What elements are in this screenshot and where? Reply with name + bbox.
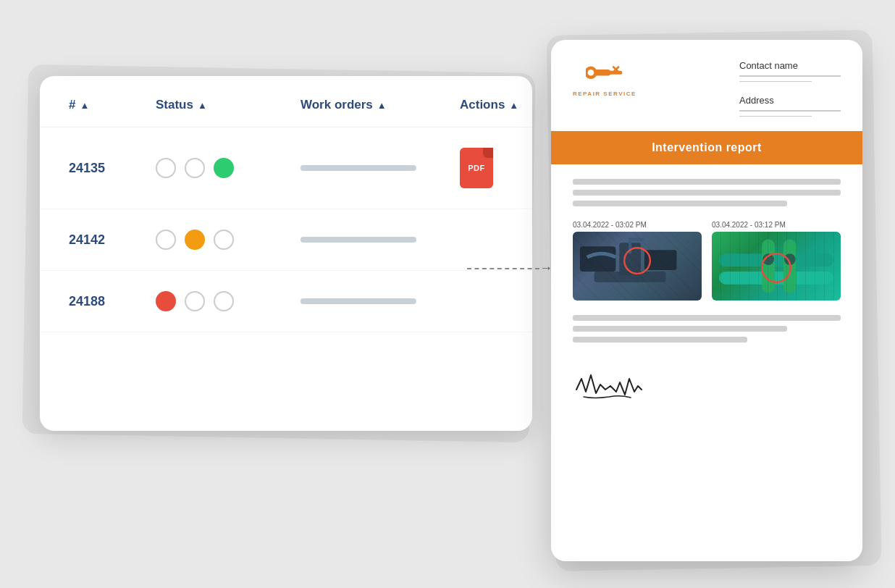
text-line bbox=[573, 201, 787, 206]
svg-point-2 bbox=[588, 70, 594, 76]
intervention-banner: Intervention report bbox=[551, 131, 862, 164]
row-number-2: 24142 bbox=[69, 232, 156, 248]
status-dots-3 bbox=[156, 291, 301, 311]
pipe-texture bbox=[712, 232, 841, 301]
col-header-actions[interactable]: Actions ▲ bbox=[460, 98, 532, 112]
engine-texture bbox=[573, 232, 702, 301]
text-line bbox=[573, 315, 841, 321]
photo-1-container: 03.04.2022 - 03:02 PM bbox=[573, 221, 702, 301]
status-dots-2 bbox=[156, 230, 301, 250]
work-order-bar-3 bbox=[301, 298, 460, 304]
photos-section: 03.04.2022 - 03:02 PM bbox=[573, 221, 841, 301]
sort-arrow-workorders: ▲ bbox=[377, 100, 387, 111]
report-text-block-1 bbox=[573, 179, 841, 206]
photo-1-engine bbox=[573, 232, 702, 301]
repair-service-logo bbox=[586, 60, 623, 88]
pdf-action-1[interactable]: PDF bbox=[460, 148, 532, 188]
col-header-workorders[interactable]: Work orders ▲ bbox=[301, 98, 460, 112]
table-row: 24135 PDF bbox=[40, 127, 532, 209]
contact-name-line2 bbox=[739, 81, 812, 83]
dot-red bbox=[156, 291, 176, 311]
work-order-bar-2 bbox=[301, 237, 460, 243]
dot-empty bbox=[214, 291, 234, 311]
connector-line bbox=[467, 268, 539, 269]
dot-empty bbox=[185, 291, 205, 311]
row-number-3: 24188 bbox=[69, 294, 156, 309]
table-card: # ▲ Status ▲ Work orders ▲ Actions ▲ 241… bbox=[40, 76, 532, 431]
table-row: 24188 bbox=[40, 271, 532, 332]
pdf-icon[interactable]: PDF bbox=[460, 148, 493, 188]
dot-empty bbox=[156, 230, 176, 250]
contact-name-label: Contact name bbox=[739, 60, 841, 71]
report-body: 03.04.2022 - 03:02 PM bbox=[551, 164, 862, 429]
pdf-label: PDF bbox=[468, 164, 485, 172]
address-label: Address bbox=[739, 95, 841, 106]
signature-section bbox=[573, 357, 841, 414]
dot-empty bbox=[185, 158, 205, 178]
col-header-number[interactable]: # ▲ bbox=[69, 98, 156, 112]
signature-svg bbox=[573, 364, 645, 404]
table-row: 24142 bbox=[40, 209, 532, 271]
text-line bbox=[573, 326, 787, 332]
address-line bbox=[739, 110, 841, 112]
text-line bbox=[573, 190, 841, 196]
photo-1-timestamp: 03.04.2022 - 03:02 PM bbox=[573, 221, 702, 229]
contact-name-line bbox=[739, 75, 841, 77]
table-header: # ▲ Status ▲ Work orders ▲ Actions ▲ bbox=[40, 76, 532, 127]
text-line bbox=[573, 179, 841, 185]
photo-2-timestamp: 03.04.2022 - 03:12 PM bbox=[712, 221, 841, 229]
report-text-block-2 bbox=[573, 315, 841, 343]
logo-container: REPAIR SERVICE bbox=[573, 60, 636, 97]
sort-arrow-number: ▲ bbox=[80, 100, 89, 111]
row-number-1: 24135 bbox=[69, 161, 156, 176]
intervention-title: Intervention report bbox=[652, 141, 762, 154]
address-field: Address bbox=[739, 95, 841, 117]
sort-arrow-status: ▲ bbox=[198, 100, 207, 111]
logo-brand: REPAIR SERVICE bbox=[573, 91, 636, 97]
sort-arrow-actions: ▲ bbox=[509, 100, 518, 111]
report-card: REPAIR SERVICE Contact name Address Inte… bbox=[551, 40, 862, 561]
address-line2 bbox=[739, 116, 812, 117]
dot-green bbox=[214, 158, 234, 178]
contact-info: Contact name Address bbox=[739, 60, 841, 117]
report-header: REPAIR SERVICE Contact name Address bbox=[551, 40, 862, 131]
dot-orange bbox=[185, 230, 205, 250]
work-order-bar-1 bbox=[301, 165, 460, 171]
photo-2-container: 03.04.2022 - 03:12 PM bbox=[712, 221, 841, 301]
contact-name-field: Contact name bbox=[739, 60, 841, 82]
photo-2-pipes bbox=[712, 232, 841, 301]
col-header-status[interactable]: Status ▲ bbox=[156, 98, 301, 112]
text-line bbox=[573, 337, 747, 343]
dot-empty bbox=[156, 158, 176, 178]
dot-empty bbox=[214, 230, 234, 250]
status-dots-1 bbox=[156, 158, 301, 178]
